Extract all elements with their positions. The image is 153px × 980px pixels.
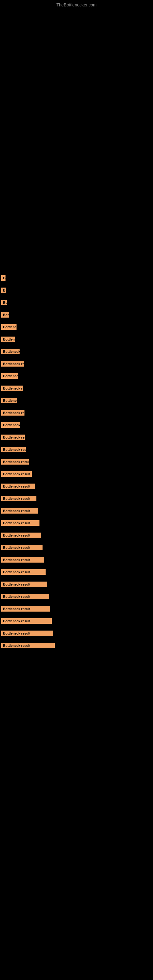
bottleneck-result-label: Bottleneck result xyxy=(1,434,25,440)
bottleneck-result-label: Bottleneck result xyxy=(1,606,50,612)
bottleneck-result-label: Bottleneck r xyxy=(1,398,17,403)
site-title: TheBottlenecker.com xyxy=(0,0,153,9)
list-item: Bottleneck result xyxy=(0,492,153,505)
list-item: Bottleneck result xyxy=(0,578,153,590)
bottleneck-result-label: Bottleneck result xyxy=(1,484,35,489)
chart-area xyxy=(0,9,153,137)
list-item: Bo xyxy=(0,296,153,309)
list-item xyxy=(0,150,153,162)
bottleneck-result-label: Bottleneck res xyxy=(1,349,19,354)
bottleneck-result-label: Bottl xyxy=(1,312,9,318)
bottleneck-result-label: Bottleneck r xyxy=(1,324,16,330)
bottleneck-result-label: Bottleneck xyxy=(1,337,15,342)
list-item xyxy=(0,247,153,260)
list-item: Bottleneck result xyxy=(0,444,153,456)
list-item: Bottleneck result xyxy=(0,456,153,468)
list-item xyxy=(0,186,153,199)
list-item: Bottleneck res xyxy=(0,345,153,358)
bottleneck-result-label: Bottleneck result xyxy=(1,508,38,514)
list-item: Bottleneck result xyxy=(0,505,153,517)
bottleneck-result-label: Bottleneck result xyxy=(1,496,37,501)
list-item: Bottleneck xyxy=(0,333,153,345)
bottleneck-result-label: Bottleneck result xyxy=(1,643,55,648)
bottleneck-result-label: Bottleneck result xyxy=(1,447,26,452)
bottleneck-result-label: Bottleneck result xyxy=(1,545,43,550)
list-item: Bottleneck result xyxy=(0,615,153,627)
list-item: Bottl xyxy=(0,309,153,321)
bottleneck-items-container: BBBoBottlBottleneck rBottleneckBottlenec… xyxy=(0,137,153,652)
bottleneck-result-label: B xyxy=(1,275,5,281)
list-item xyxy=(0,223,153,235)
bottleneck-result-label: Bo xyxy=(1,300,7,305)
list-item: Bottleneck result xyxy=(0,517,153,529)
list-item: B xyxy=(0,272,153,284)
list-item: Bottleneck result xyxy=(0,541,153,554)
list-item: Bottleneck result xyxy=(0,640,153,652)
bottleneck-result-label: Bottleneck result xyxy=(1,582,47,587)
bottleneck-result-label: Bottleneck result xyxy=(1,471,32,477)
bottleneck-result-label: Bottleneck result xyxy=(1,618,52,624)
list-item xyxy=(0,211,153,223)
bottleneck-result-label: Bottleneck result xyxy=(1,594,49,599)
bottleneck-result-label: Bottleneck result xyxy=(1,533,41,538)
list-item: Bottleneck res xyxy=(0,419,153,431)
bottleneck-result-label: Bottleneck result xyxy=(1,630,53,636)
list-item: Bottleneck result xyxy=(0,431,153,444)
list-item: Bottleneck result xyxy=(0,407,153,419)
list-item: Bottleneck result xyxy=(0,468,153,480)
list-item xyxy=(0,162,153,174)
list-item: Bottleneck result xyxy=(0,554,153,566)
bottleneck-result-label: Bottleneck result xyxy=(1,557,44,563)
bottleneck-result-label: Bottleneck result xyxy=(1,410,24,415)
bottleneck-result-label: Bottleneck result xyxy=(1,361,24,367)
list-item: Bottleneck result xyxy=(0,480,153,492)
list-item: B xyxy=(0,284,153,296)
list-item xyxy=(0,137,153,150)
list-item: Bottleneck result xyxy=(0,603,153,615)
list-item xyxy=(0,174,153,186)
list-item xyxy=(0,260,153,272)
bottleneck-result-label: Bottleneck result xyxy=(1,569,46,575)
list-item: Bottleneck r xyxy=(0,395,153,407)
list-item xyxy=(0,235,153,247)
bottleneck-result-label: Bottleneck res xyxy=(1,422,20,428)
bottleneck-result-label: Bottleneck result xyxy=(1,459,29,465)
list-item: Bottleneck result xyxy=(0,566,153,578)
bottleneck-result-label: B xyxy=(1,288,6,293)
bottleneck-result-label: Bottleneck re xyxy=(1,373,18,379)
list-item: Bottleneck resul xyxy=(0,382,153,395)
list-item: Bottleneck re xyxy=(0,370,153,382)
list-item: Bottleneck result xyxy=(0,358,153,370)
bottleneck-result-label: Bottleneck resul xyxy=(1,385,22,391)
list-item: Bottleneck result xyxy=(0,590,153,603)
list-item xyxy=(0,199,153,211)
list-item: Bottleneck result xyxy=(0,627,153,640)
bottleneck-result-label: Bottleneck result xyxy=(1,520,40,526)
list-item: Bottleneck result xyxy=(0,529,153,541)
list-item: Bottleneck r xyxy=(0,321,153,333)
